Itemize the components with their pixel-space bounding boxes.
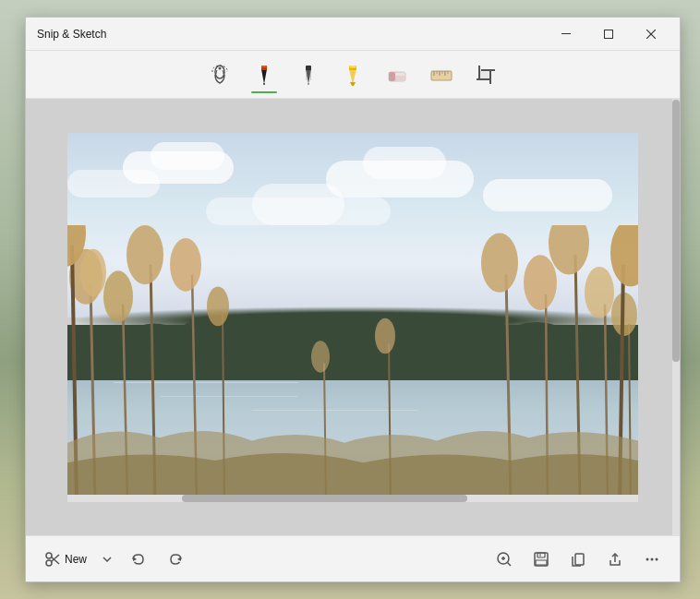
svg-rect-74 xyxy=(537,553,545,557)
ballpoint-pen-tool[interactable] xyxy=(244,54,284,95)
highlighter-tool[interactable] xyxy=(332,54,373,95)
scrollbar-h-thumb[interactable] xyxy=(182,495,467,502)
svg-rect-77 xyxy=(575,554,584,565)
svg-rect-1 xyxy=(605,30,613,38)
canvas-area xyxy=(26,99,680,535)
shimmer-3 xyxy=(252,410,418,411)
window-title: Snip & Sketch xyxy=(33,28,545,41)
svg-rect-0 xyxy=(561,33,571,34)
svg-point-78 xyxy=(646,557,649,560)
svg-line-66 xyxy=(52,555,60,562)
undo-button[interactable] xyxy=(122,543,155,576)
copy-button[interactable] xyxy=(561,543,595,576)
svg-point-64 xyxy=(46,560,52,566)
redo-icon xyxy=(167,551,184,568)
svg-rect-20 xyxy=(389,76,405,81)
cloud-5 xyxy=(252,184,344,225)
new-dropdown-button[interactable] xyxy=(96,543,118,576)
water xyxy=(67,373,638,502)
copy-icon xyxy=(569,550,587,569)
toolbar xyxy=(26,51,680,99)
svg-rect-7 xyxy=(261,66,267,70)
crop-tool[interactable] xyxy=(465,54,506,95)
svg-line-65 xyxy=(52,557,60,564)
svg-rect-33 xyxy=(479,70,490,79)
water-reflection xyxy=(67,373,638,502)
scrollbar-v-thumb[interactable] xyxy=(672,100,680,362)
pencil-tool[interactable] xyxy=(288,54,329,95)
share-icon xyxy=(606,550,624,569)
svg-rect-21 xyxy=(389,72,395,81)
svg-rect-75 xyxy=(536,560,547,565)
scissors-icon xyxy=(44,551,61,568)
svg-marker-18 xyxy=(350,82,356,86)
cloud-3 xyxy=(483,179,612,211)
close-button[interactable] xyxy=(630,18,672,51)
shimmer-1 xyxy=(114,382,298,383)
svg-point-69 xyxy=(498,553,509,564)
svg-line-2 xyxy=(646,30,656,39)
maximize-button[interactable] xyxy=(587,18,630,51)
more-icon xyxy=(643,550,661,569)
svg-rect-22 xyxy=(431,71,452,80)
ruler-tool[interactable] xyxy=(421,54,462,95)
svg-rect-11 xyxy=(306,66,311,70)
undo-icon xyxy=(130,551,147,568)
svg-line-13 xyxy=(307,71,308,80)
svg-line-14 xyxy=(310,71,311,80)
shimmer-2 xyxy=(160,396,298,397)
svg-point-9 xyxy=(263,83,265,85)
svg-point-63 xyxy=(46,553,52,558)
zoom-in-icon xyxy=(495,550,513,569)
zoom-in-button[interactable] xyxy=(488,543,521,576)
svg-rect-73 xyxy=(535,553,548,566)
scrollbar-vertical[interactable] xyxy=(672,99,680,535)
snip-sketch-window: Snip & Sketch xyxy=(25,17,681,582)
svg-marker-6 xyxy=(261,69,267,84)
more-options-button[interactable] xyxy=(635,543,669,576)
cloud-6 xyxy=(67,170,160,198)
svg-point-4 xyxy=(215,66,224,78)
sky xyxy=(67,133,638,317)
treeline xyxy=(67,325,638,380)
share-button[interactable] xyxy=(598,543,632,576)
svg-line-72 xyxy=(508,562,512,566)
svg-rect-17 xyxy=(350,66,356,68)
touch-writing-tool[interactable] xyxy=(199,54,240,95)
redo-button[interactable] xyxy=(159,543,192,576)
cloud-2b xyxy=(363,147,446,179)
svg-marker-10 xyxy=(306,69,311,84)
save-icon xyxy=(532,550,550,569)
new-snip-button[interactable]: New xyxy=(37,543,92,576)
svg-point-80 xyxy=(656,557,658,560)
titlebar: Snip & Sketch xyxy=(26,18,680,51)
svg-line-3 xyxy=(646,30,656,39)
svg-marker-67 xyxy=(133,557,137,561)
eraser-tool[interactable] xyxy=(377,54,417,95)
window-controls xyxy=(545,18,672,51)
svg-rect-19 xyxy=(389,72,405,81)
image-canvas[interactable] xyxy=(67,133,638,502)
svg-point-5 xyxy=(219,66,222,69)
svg-point-12 xyxy=(308,83,309,85)
scrollbar-horizontal[interactable] xyxy=(67,495,638,502)
bottom-toolbar: New xyxy=(26,535,680,581)
cloud-1b xyxy=(151,142,224,170)
svg-rect-8 xyxy=(262,66,267,67)
svg-marker-68 xyxy=(177,557,181,561)
minimize-button[interactable] xyxy=(545,18,587,51)
photo xyxy=(67,133,638,502)
svg-rect-16 xyxy=(349,66,356,70)
svg-marker-15 xyxy=(349,69,356,84)
new-button-label: New xyxy=(65,553,87,566)
svg-point-79 xyxy=(651,557,654,560)
chevron-down-icon xyxy=(103,557,112,562)
save-button[interactable] xyxy=(525,543,558,576)
